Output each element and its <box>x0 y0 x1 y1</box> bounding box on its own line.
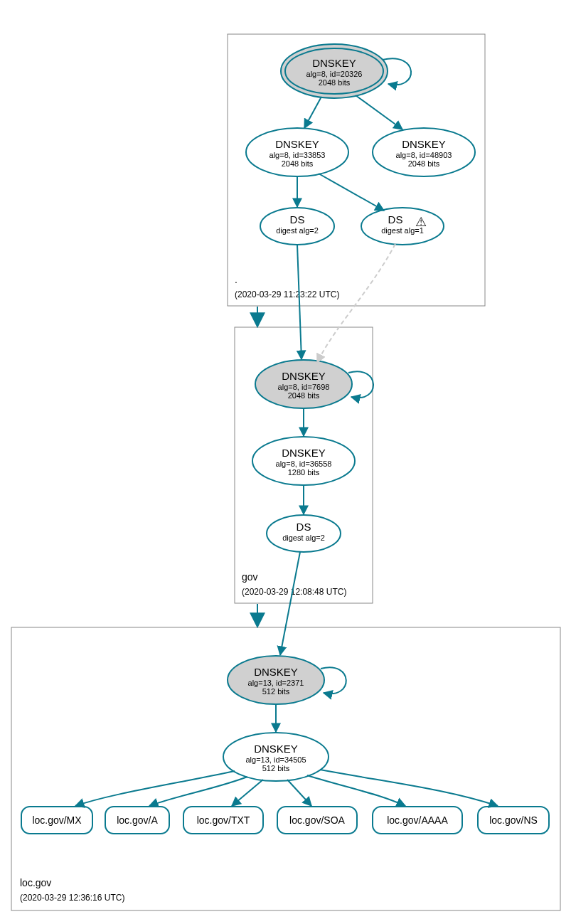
node-root-ds2: DS digest alg=1 ⚠ <box>361 208 444 245</box>
zone-loc-timestamp: (2020-03-29 12:36:16 UTC) <box>20 893 124 903</box>
record-a: loc.gov/A <box>105 807 169 834</box>
node-label: DNSKEY <box>254 743 298 755</box>
node-root-zsk1: DNSKEY alg=8, id=33853 2048 bits <box>246 128 348 176</box>
record-ns: loc.gov/NS <box>478 807 549 834</box>
node-detail: digest alg=2 <box>282 533 325 542</box>
node-label: DS <box>290 213 305 225</box>
node-loc-zsk: DNSKEY alg=13, id=34505 512 bits <box>223 733 329 781</box>
node-label: DS <box>297 521 311 533</box>
edge <box>307 775 405 806</box>
record-txt: loc.gov/TXT <box>183 807 263 834</box>
edge <box>319 174 384 211</box>
record-label: loc.gov/SOA <box>289 814 345 826</box>
edge-insecure <box>317 244 395 363</box>
node-gov-ksk: DNSKEY alg=8, id=7698 2048 bits <box>255 360 352 408</box>
node-loc-ksk: DNSKEY alg=13, id=2371 512 bits <box>228 656 324 704</box>
node-detail: alg=8, id=7698 <box>278 383 330 391</box>
node-detail: 2048 bits <box>282 159 314 168</box>
edge <box>356 95 402 129</box>
node-detail: 512 bits <box>262 764 290 772</box>
edge <box>149 777 247 806</box>
node-detail: 2048 bits <box>408 159 440 168</box>
node-label: DNSKEY <box>282 370 326 382</box>
node-label: DNSKEY <box>254 666 298 678</box>
edge <box>287 780 311 806</box>
node-root-ksk: DNSKEY alg=8, id=20326 2048 bits <box>281 44 388 98</box>
edge <box>304 97 321 128</box>
node-root-ds1: DS digest alg=2 <box>260 208 334 245</box>
record-label: loc.gov/A <box>117 814 158 826</box>
node-label: DNSKEY <box>282 447 326 459</box>
zone-loc-label: loc.gov <box>20 877 51 888</box>
node-detail: 2048 bits <box>319 78 351 87</box>
node-detail: alg=8, id=33853 <box>270 151 326 159</box>
node-detail: alg=8, id=36558 <box>276 460 332 468</box>
record-label: loc.gov/AAAA <box>387 814 448 826</box>
zone-root-timestamp: (2020-03-29 11:23:22 UTC) <box>235 290 339 299</box>
edge <box>232 780 263 806</box>
record-label: loc.gov/NS <box>489 814 538 826</box>
node-label: DS <box>388 213 403 225</box>
node-detail: digest alg=2 <box>276 226 319 235</box>
node-gov-ds: DS digest alg=2 <box>267 515 341 552</box>
node-detail: 512 bits <box>262 687 290 696</box>
node-gov-zsk: DNSKEY alg=8, id=36558 1280 bits <box>252 437 355 485</box>
record-label: loc.gov/MX <box>32 814 82 826</box>
zone-gov-timestamp: (2020-03-29 12:08:48 UTC) <box>242 587 346 597</box>
node-label: DNSKEY <box>275 138 319 150</box>
edge <box>320 770 498 806</box>
node-detail: 1280 bits <box>288 468 320 477</box>
record-label: loc.gov/TXT <box>197 814 250 826</box>
dnssec-diagram: . (2020-03-29 11:23:22 UTC) DNSKEY alg=8… <box>0 0 571 924</box>
node-detail: 2048 bits <box>288 391 320 400</box>
record-aaaa: loc.gov/AAAA <box>373 807 462 834</box>
edge <box>297 245 301 359</box>
node-label: DNSKEY <box>312 57 356 69</box>
zone-root-label: . <box>235 274 238 285</box>
node-detail: alg=13, id=34505 <box>245 755 306 764</box>
node-root-zsk2: DNSKEY alg=8, id=48903 2048 bits <box>373 128 475 176</box>
zone-gov-label: gov <box>242 571 258 583</box>
node-detail: alg=8, id=48903 <box>396 151 452 159</box>
record-soa: loc.gov/SOA <box>277 807 357 834</box>
warning-icon: ⚠ <box>415 215 427 229</box>
node-detail: alg=13, id=2371 <box>248 679 304 687</box>
record-mx: loc.gov/MX <box>21 807 92 834</box>
node-detail: alg=8, id=20326 <box>306 70 363 78</box>
node-label: DNSKEY <box>402 138 446 150</box>
